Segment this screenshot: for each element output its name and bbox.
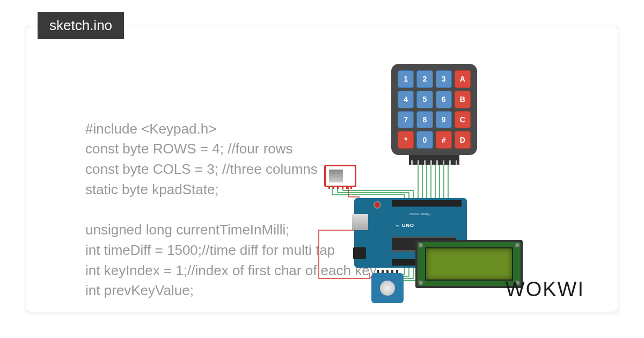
- code-line: #include <Keypad.h>: [85, 121, 216, 137]
- sd-slot-icon: [329, 170, 343, 182]
- rtc-battery-icon: [380, 281, 395, 296]
- keypad-grid: 1 2 3 A 4 5 6 B 7 8 9 C * 0 # D: [398, 70, 471, 149]
- keypad-key-0[interactable]: 0: [416, 131, 433, 149]
- keypad-key-9[interactable]: 9: [436, 111, 452, 129]
- keypad-key-2[interactable]: 2: [416, 70, 433, 88]
- keypad-key-6[interactable]: 6: [436, 91, 452, 108]
- arduino-reset-button[interactable]: [374, 201, 381, 209]
- code-line: static byte kpadState;: [85, 181, 219, 197]
- circuit-diagram[interactable]: 1 2 3 A 4 5 6 B 7 8 9 C * 0 # D: [265, 64, 512, 295]
- keypad-key-c[interactable]: C: [455, 111, 471, 129]
- keypad-4x4[interactable]: 1 2 3 A 4 5 6 B 7 8 9 C * 0 # D: [391, 64, 477, 155]
- keypad-key-star[interactable]: *: [398, 131, 414, 149]
- arduino-board-label: ∞ UNO: [396, 223, 414, 228]
- keypad-key-hash[interactable]: #: [436, 131, 452, 149]
- keypad-key-5[interactable]: 5: [416, 91, 433, 108]
- keypad-key-b[interactable]: B: [455, 91, 471, 108]
- sd-pins: [327, 186, 354, 189]
- keypad-key-8[interactable]: 8: [416, 111, 433, 129]
- keypad-connector: [409, 155, 459, 165]
- microsd-module[interactable]: [324, 165, 356, 187]
- code-line: const byte ROWS = 4; //four rows: [85, 141, 293, 157]
- arduino-usb-port: [352, 214, 368, 230]
- rtc-pins: [376, 270, 399, 273]
- lcd-mount-hole: [515, 243, 519, 247]
- file-tab[interactable]: sketch.ino: [38, 12, 124, 39]
- editor-card: #include <Keypad.h> const byte ROWS = 4;…: [26, 26, 618, 312]
- keypad-key-1[interactable]: 1: [398, 70, 414, 88]
- lcd-mount-hole: [419, 243, 423, 247]
- wokwi-logo: WOKWI: [506, 278, 584, 301]
- code-line: int prevKeyValue;: [85, 282, 194, 298]
- keypad-key-7[interactable]: 7: [398, 111, 414, 129]
- arduino-header-digital: [392, 200, 462, 207]
- lcd-screen: [425, 247, 513, 281]
- arduino-power-jack: [353, 247, 366, 259]
- keypad-key-d[interactable]: D: [455, 131, 471, 149]
- arduino-digital-label: DIGITAL PWM(~): [409, 212, 430, 216]
- keypad-key-3[interactable]: 3: [436, 70, 452, 88]
- keypad-key-a[interactable]: A: [455, 70, 471, 88]
- rtc-module[interactable]: [371, 273, 404, 303]
- code-line: unsigned long currentTimeInMilli;: [85, 222, 290, 238]
- keypad-key-4[interactable]: 4: [398, 91, 414, 108]
- lcd-mount-hole: [419, 281, 423, 285]
- file-tab-label: sketch.ino: [49, 17, 112, 33]
